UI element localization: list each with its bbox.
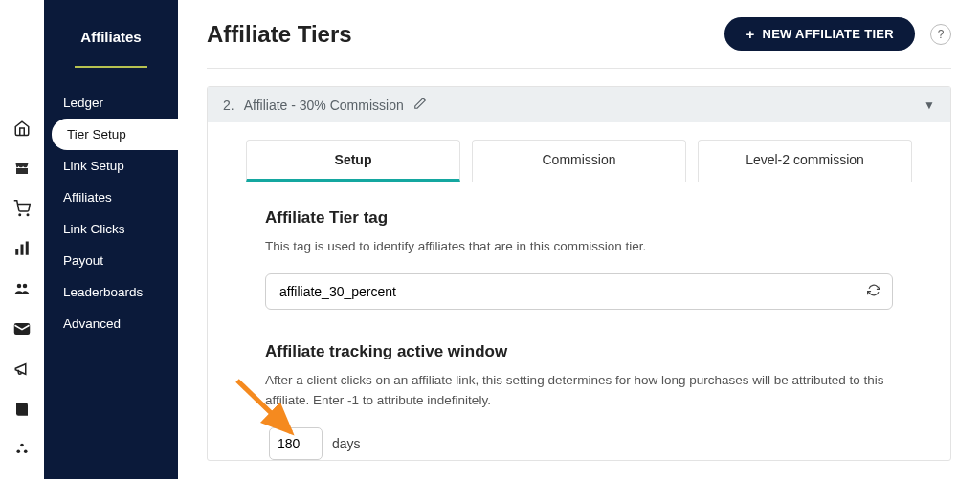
sidebar-item-label: Tier Setup: [67, 127, 126, 142]
tab-setup[interactable]: Setup: [246, 140, 460, 182]
sidebar-item-link-setup[interactable]: Link Setup: [44, 150, 178, 182]
sidebar-items: Ledger Tier Setup Link Setup Affiliates …: [44, 87, 178, 339]
tier-header-left: 2 Affiliate - 30% Commission: [223, 97, 427, 113]
mail-icon[interactable]: [12, 319, 32, 338]
help-icon: ?: [938, 28, 945, 41]
sidebar-title: Affiliates: [44, 29, 178, 66]
help-button[interactable]: ?: [930, 24, 951, 45]
tab-label: Setup: [335, 152, 372, 167]
home-icon[interactable]: [12, 119, 32, 138]
sidebar-item-label: Link Setup: [63, 159, 124, 173]
sidebar-item-payout[interactable]: Payout: [44, 245, 178, 276]
new-affiliate-tier-button[interactable]: + NEW AFFILIATE TIER: [724, 17, 915, 51]
tier-accordion-header[interactable]: 2 Affiliate - 30% Commission ▼: [208, 87, 950, 122]
plus-icon: +: [746, 27, 754, 41]
sidebar-item-label: Payout: [63, 253, 103, 268]
chevron-down-icon: ▼: [924, 98, 935, 112]
dots-icon[interactable]: [12, 440, 32, 459]
sidebar-divider: [75, 66, 147, 68]
main: Affiliate Tiers + NEW AFFILIATE TIER ? 2…: [178, 0, 980, 479]
svg-point-6: [23, 284, 28, 289]
tier-tabs: Setup Commission Level-2 commission: [208, 122, 950, 182]
sidebar: Affiliates Ledger Tier Setup Link Setup …: [44, 0, 178, 479]
svg-rect-2: [15, 249, 18, 255]
tier-name: Affiliate - 30% Commission: [244, 98, 404, 113]
days-row: days: [265, 427, 893, 460]
analytics-icon[interactable]: [12, 239, 32, 258]
people-icon[interactable]: [12, 279, 32, 298]
sidebar-item-label: Link Clicks: [63, 222, 125, 236]
sidebar-item-label: Ledger: [63, 96, 103, 110]
tag-section-description: This tag is used to identify affiliates …: [265, 237, 893, 256]
svg-point-5: [17, 284, 22, 289]
icon-rail: [0, 0, 44, 479]
tier-card: 2 Affiliate - 30% Commission ▼ Setup Com…: [207, 86, 951, 461]
store-icon[interactable]: [12, 159, 32, 178]
sidebar-item-label: Advanced: [63, 316, 121, 331]
tab-level2-commission[interactable]: Level-2 commission: [698, 140, 912, 182]
sidebar-item-link-clicks[interactable]: Link Clicks: [44, 213, 178, 245]
header-row: Affiliate Tiers + NEW AFFILIATE TIER ?: [207, 17, 951, 69]
svg-point-1: [27, 214, 29, 216]
sidebar-item-ledger[interactable]: Ledger: [44, 87, 178, 119]
tracking-days-input[interactable]: [269, 427, 323, 460]
header-actions: + NEW AFFILIATE TIER ?: [724, 17, 951, 51]
svg-point-0: [19, 214, 21, 216]
tab-label: Commission: [542, 152, 615, 167]
cart-icon[interactable]: [12, 199, 32, 218]
tab-commission[interactable]: Commission: [472, 140, 686, 182]
new-button-label: NEW AFFILIATE TIER: [762, 27, 894, 41]
pencil-icon[interactable]: [413, 97, 427, 113]
sidebar-item-tier-setup[interactable]: Tier Setup: [52, 119, 178, 150]
svg-rect-3: [21, 245, 24, 255]
refresh-icon[interactable]: [867, 284, 880, 300]
sidebar-item-label: Leaderboards: [63, 285, 143, 299]
sidebar-item-advanced[interactable]: Advanced: [44, 308, 178, 339]
tag-section-heading: Affiliate Tier tag: [265, 208, 893, 228]
tier-content: Affiliate Tier tag This tag is used to i…: [208, 182, 950, 460]
sidebar-item-label: Affiliates: [63, 190, 112, 205]
svg-rect-4: [26, 242, 29, 255]
svg-point-8: [20, 444, 24, 447]
sidebar-item-affiliates[interactable]: Affiliates: [44, 182, 178, 213]
tier-number: 2: [223, 98, 234, 113]
svg-point-10: [24, 449, 28, 453]
megaphone-icon[interactable]: [12, 359, 32, 379]
window-section-heading: Affiliate tracking active window: [265, 342, 893, 361]
tab-label: Level-2 commission: [746, 152, 864, 167]
affiliate-tag-input[interactable]: [279, 284, 854, 299]
days-suffix: days: [332, 436, 361, 451]
svg-point-9: [16, 449, 20, 453]
tag-input-wrapper: [265, 273, 893, 310]
sidebar-item-leaderboards[interactable]: Leaderboards: [44, 276, 178, 308]
book-icon[interactable]: [12, 400, 32, 419]
page-title: Affiliate Tiers: [207, 21, 352, 48]
window-section-description: After a client clicks on an affiliate li…: [265, 371, 893, 410]
